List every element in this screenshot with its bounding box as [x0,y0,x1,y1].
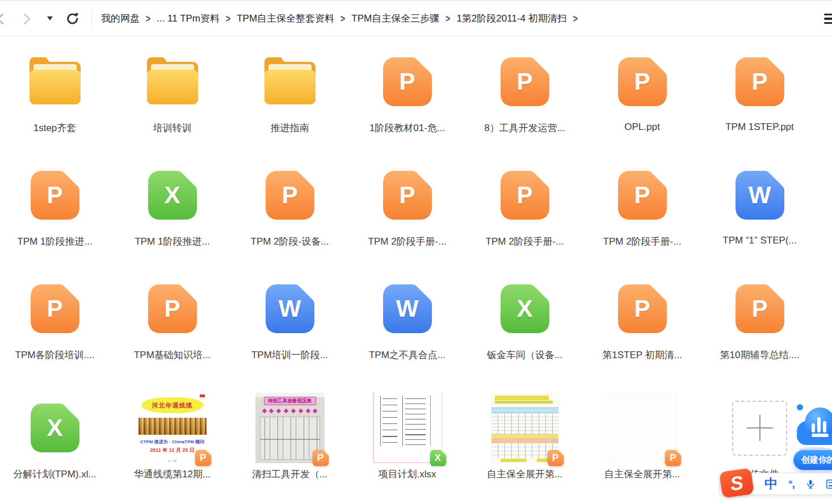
breadcrumb-item[interactable]: TPM自主保全整套资料 [237,11,334,26]
ppt-badge-letter: P [664,449,682,467]
word-file-icon: W [263,282,317,336]
file-card[interactable]: P OPL.ppt [583,51,701,165]
file-grid: 1step齐套 培训转训 推进指南P 1阶段教材01-危...P 8）工具开发运… [0,51,818,504]
ppt-badge-letter: P [547,449,565,467]
breadcrumb-item[interactable]: TPM自主保全三步骤 [351,11,439,26]
nav-controls [0,9,92,28]
icon-area: P [145,278,200,339]
file-card[interactable]: P 自主保全展开第... [583,392,701,504]
ime-punctuation-toggle[interactable]: °, [788,478,795,489]
file-card[interactable]: W TPM之不具合点... [348,278,466,392]
icon-area: 特别工具改善现况表 P [255,392,325,464]
upload-dropzone[interactable] [732,401,787,456]
ppt-file-icon: P [28,282,82,336]
icon-area: P [28,165,82,226]
file-label: TPM “1” STEP(... [722,235,796,246]
file-card[interactable]: P 8）工具开发运营... [466,51,583,165]
file-label: TPM 2阶段-设备... [251,235,329,248]
icon-area: X [28,392,82,464]
file-card[interactable]: P TPM 2阶段手册-... [348,165,466,278]
file-card[interactable]: X TPM 1阶段推进... [114,165,231,278]
ppt-letter: P [498,168,552,222]
breadcrumb-item[interactable]: 我的网盘 [101,11,140,26]
file-label: 第10期辅导总结.... [720,348,800,362]
file-card[interactable]: P TPM基础知识培... [114,278,231,392]
file-card[interactable]: X 钣金车间（设备... [466,278,583,392]
ppt-letter: P [380,54,435,109]
document-thumbnail: X [373,393,442,463]
menu-icon[interactable] [824,14,832,24]
history-dropdown-caret[interactable] [47,16,53,20]
ppt-letter: P [145,282,200,336]
folder-card[interactable]: 推进指南 [231,51,348,165]
folder-card[interactable]: 1step齐套 [0,51,114,165]
ppt-file-icon: P [380,54,435,109]
file-card[interactable]: P TPM 2阶段手册-... [583,165,701,278]
ppt-letter: P [498,54,552,109]
file-label: 自主保全展开第... [487,468,562,481]
file-label: TPM 2阶段手册-... [368,235,447,248]
file-card[interactable]: P TPM 2阶段手册-... [466,165,583,278]
file-card[interactable]: P 第1STEP 初期清... [583,278,701,392]
file-label: 推进指南 [271,121,309,135]
file-card[interactable]: X 项目计划.xlsx [348,392,466,504]
breadcrumb-item[interactable]: 1第2阶段2011-4 初期清扫 [456,11,566,26]
file-label: 1step齐套 [33,121,77,135]
file-card[interactable]: W TPM培训一阶段... [231,278,348,392]
ppt-file-icon: P [733,54,787,109]
microphone-icon[interactable] [805,478,816,490]
divider [91,9,92,28]
slide-subtitle: CTPM 推进办 · ChinaTPM 顾问 [138,439,207,445]
file-label: TPM 1阶段推进... [135,235,209,248]
ppt-badge-icon: P [194,449,212,467]
icon-area: P [615,51,670,112]
file-card[interactable]: P 1阶段教材01-危... [348,51,466,165]
file-card[interactable]: 河北华通线缆 CTPM 推进办 · ChinaTPM 顾问 2011 年 11 … [114,392,231,504]
ppt-letter: P [615,54,670,109]
excel-letter: X [28,401,82,455]
file-card[interactable]: P 第10期辅导总结.... [701,278,818,392]
file-card[interactable]: P TPM 1阶段推进... [0,165,114,278]
ime-lang-toggle[interactable]: 中 [764,477,778,490]
ppt-file-icon: P [615,54,670,109]
keyboard-icon[interactable] [826,478,832,490]
ppt-letter: P [733,282,787,336]
icon-area: P [263,165,317,226]
file-label: 分解计划(TPM).xl... [13,468,96,481]
icon-area [263,51,317,112]
back-button[interactable] [0,12,7,25]
refresh-button[interactable] [65,11,80,26]
breadcrumb-separator-icon: > [446,13,450,24]
create-promo-label: 创建你的 [801,455,832,465]
folder-icon [28,54,82,109]
icon-area: W [263,278,317,339]
slide-gold-text [138,418,207,435]
ppt-letter: P [615,168,670,222]
slide-title-banner: 河北华通线缆 [141,397,204,413]
folder-card[interactable]: 培训转训 [114,51,231,165]
file-card[interactable]: P TPM各阶段培训.... [0,278,114,392]
ppt-file-icon: P [615,168,670,222]
sogou-logo-icon[interactable]: S [719,468,754,498]
word-letter: W [263,282,317,336]
ppt-file-icon: P [28,168,82,222]
file-label: 8）工具开发运营... [484,121,565,135]
icon-area [28,51,82,112]
create-promo-button[interactable]: 创建你的 [793,450,832,470]
file-card[interactable]: P 自主保全展开第... [466,392,583,504]
ppt-letter: P [28,282,82,336]
excel-badge-icon: X [429,449,447,467]
file-card[interactable]: P TPM 1STEP.ppt [701,51,818,165]
ppt-letter: P [380,168,435,222]
icon-area: P [608,392,677,464]
file-card[interactable]: 特别工具改善现况表 P 清扫工具开发（... [231,392,348,504]
forward-button[interactable] [20,12,32,25]
file-label: TPM培训一阶段... [251,348,328,362]
breadcrumb-item[interactable]: ... 11 TPm资料 [157,11,220,26]
icon-area: 河北华通线缆 CTPM 推进办 · ChinaTPM 顾问 2011 年 11 … [138,392,207,464]
file-card[interactable]: W TPM “1” STEP(... [701,165,818,278]
file-card[interactable]: X 分解计划(TPM).xl... [0,392,114,504]
file-card[interactable]: P TPM 2阶段-设备... [231,165,348,278]
icon-area: W [733,165,787,226]
ppt-file-icon: P [615,282,670,336]
